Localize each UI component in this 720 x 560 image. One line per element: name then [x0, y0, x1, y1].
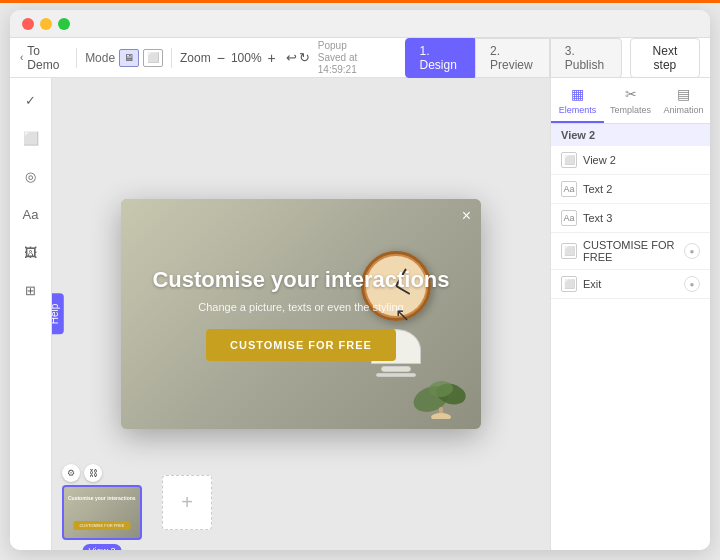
- close-button[interactable]: [22, 18, 34, 30]
- panel-item-text3-label: Text 3: [583, 212, 700, 224]
- panel-item-text3-icon: Aa: [561, 210, 577, 226]
- thumb-title: Customise your interactions: [68, 495, 136, 501]
- thumbnail-item: ⚙ ⛓ Customise your interactions CUSTOMIS…: [62, 464, 142, 540]
- left-toolbar: ✓ ⬜ ◎ Aa 🖼 ⊞: [10, 78, 52, 550]
- separator-1: [76, 48, 77, 68]
- panel-item-cta-label: CUSTOMISE FOR FREE: [583, 239, 678, 263]
- right-panel: ▦ Elements ✂ Templates ▤ Animation View …: [550, 78, 710, 550]
- add-view-button[interactable]: +: [162, 475, 212, 530]
- left-tool-text[interactable]: Aa: [17, 200, 45, 228]
- panel-item-text2[interactable]: Aa Text 2: [551, 175, 710, 204]
- popup-close-button[interactable]: ×: [462, 207, 471, 225]
- panel-item-exit-icon: ⬜: [561, 276, 577, 292]
- select-icon: ✓: [25, 93, 36, 108]
- panel-item-exit-label: Exit: [583, 278, 678, 290]
- next-step-button[interactable]: Next step: [630, 38, 700, 78]
- popup-content: Customise your interactions Change a pic…: [121, 199, 481, 429]
- popup-modal: ×: [121, 199, 481, 429]
- image-icon: 🖼: [24, 245, 37, 260]
- zoom-value: 100%: [231, 51, 262, 65]
- thumb-settings-icon[interactable]: ⚙: [62, 464, 80, 482]
- thumbnail-label: View 2: [83, 544, 122, 550]
- main-area: ✓ ⬜ ◎ Aa 🖼 ⊞ Help: [10, 78, 710, 550]
- panel-item-text2-icon: Aa: [561, 181, 577, 197]
- panel-tab-animation[interactable]: ▤ Animation: [657, 78, 710, 123]
- saved-timestamp: Saved at 14:59:21: [318, 52, 389, 76]
- circle-icon: ◎: [25, 169, 36, 184]
- panel-item-view2-label: View 2: [583, 154, 700, 166]
- panel-item-view2[interactable]: ⬜ View 2: [551, 146, 710, 175]
- panel-item-text2-label: Text 2: [583, 183, 700, 195]
- toolbar: ‹ To Demo Mode 🖥 ⬜ Zoom − 100% + ↩ ↻ Pop…: [10, 38, 710, 78]
- popup-subtitle: Change a picture, texts or even the styl…: [198, 301, 403, 313]
- left-tool-image[interactable]: 🖼: [17, 238, 45, 266]
- panel-tab-elements[interactable]: ▦ Elements: [551, 78, 604, 123]
- chevron-left-icon: ‹: [20, 52, 23, 63]
- animation-icon: ▤: [677, 86, 690, 102]
- panel-item-cta-action[interactable]: ●: [684, 243, 700, 259]
- thumb-cta: CUSTOMISE FOR FREE: [73, 521, 130, 530]
- panel-section-title: View 2: [551, 124, 710, 146]
- step-preview-tab[interactable]: 2. Preview: [475, 38, 550, 78]
- thumbnail-strip: ⚙ ⛓ Customise your interactions CUSTOMIS…: [62, 464, 540, 540]
- left-tool-circle[interactable]: ◎: [17, 162, 45, 190]
- step-publish-tab[interactable]: 3. Publish: [550, 38, 622, 78]
- step-design-tab[interactable]: 1. Design: [405, 38, 475, 78]
- left-tool-select[interactable]: ✓: [17, 86, 45, 114]
- separator-2: [171, 48, 172, 68]
- back-button[interactable]: ‹ To Demo: [20, 44, 68, 72]
- mode-label: Mode: [85, 51, 115, 65]
- canvas-area: Help ×: [52, 78, 550, 550]
- redo-button[interactable]: ↻: [299, 50, 310, 65]
- back-label: To Demo: [27, 44, 68, 72]
- popup-title: Customise your interactions: [152, 267, 449, 293]
- popup-cta-button[interactable]: CUSTOMISE FOR FREE: [206, 329, 396, 361]
- left-tool-rectangle[interactable]: ⬜: [17, 124, 45, 152]
- panel-tab-elements-label: Elements: [559, 105, 597, 115]
- step-tabs: 1. Design 2. Preview 3. Publish: [405, 38, 622, 78]
- panel-tabs: ▦ Elements ✂ Templates ▤ Animation: [551, 78, 710, 124]
- minimize-button[interactable]: [40, 18, 52, 30]
- text-icon: Aa: [23, 207, 39, 222]
- mode-desktop-icon[interactable]: 🖥: [119, 49, 139, 67]
- thumb-link-icon[interactable]: ⛓: [84, 464, 102, 482]
- elements-icon: ▦: [571, 86, 584, 102]
- saved-info: Popup Saved at 14:59:21: [318, 40, 389, 76]
- thumb-icon-row: ⚙ ⛓: [62, 464, 142, 482]
- thumbnail-view2[interactable]: Customise your interactions CUSTOMISE FO…: [62, 485, 142, 540]
- zoom-in-button[interactable]: +: [266, 50, 278, 66]
- popup-name: Popup: [318, 40, 389, 52]
- panel-item-cta-icon: ⬜: [561, 243, 577, 259]
- grid-icon: ⊞: [25, 283, 36, 298]
- panel-item-exit[interactable]: ⬜ Exit ●: [551, 270, 710, 299]
- maximize-button[interactable]: [58, 18, 70, 30]
- title-bar: [10, 10, 710, 38]
- help-tab[interactable]: Help: [52, 294, 64, 335]
- panel-tab-templates-label: Templates: [610, 105, 651, 115]
- templates-icon: ✂: [625, 86, 637, 102]
- zoom-label: Zoom: [180, 51, 211, 65]
- app-window: ‹ To Demo Mode 🖥 ⬜ Zoom − 100% + ↩ ↻ Pop…: [10, 10, 710, 550]
- undo-button[interactable]: ↩: [286, 50, 297, 65]
- undo-redo-group: ↩ ↻: [286, 50, 310, 65]
- panel-tab-templates[interactable]: ✂ Templates: [604, 78, 657, 123]
- zoom-out-button[interactable]: −: [215, 50, 227, 66]
- mode-group: Mode 🖥 ⬜: [85, 49, 163, 67]
- mode-tablet-icon[interactable]: ⬜: [143, 49, 163, 67]
- left-tool-grid[interactable]: ⊞: [17, 276, 45, 304]
- panel-item-text3[interactable]: Aa Text 3: [551, 204, 710, 233]
- panel-tab-animation-label: Animation: [663, 105, 703, 115]
- panel-item-view2-icon: ⬜: [561, 152, 577, 168]
- panel-item-cta[interactable]: ⬜ CUSTOMISE FOR FREE ●: [551, 233, 710, 270]
- panel-item-exit-action[interactable]: ●: [684, 276, 700, 292]
- rectangle-icon: ⬜: [23, 131, 39, 146]
- zoom-group: Zoom − 100% +: [180, 50, 278, 66]
